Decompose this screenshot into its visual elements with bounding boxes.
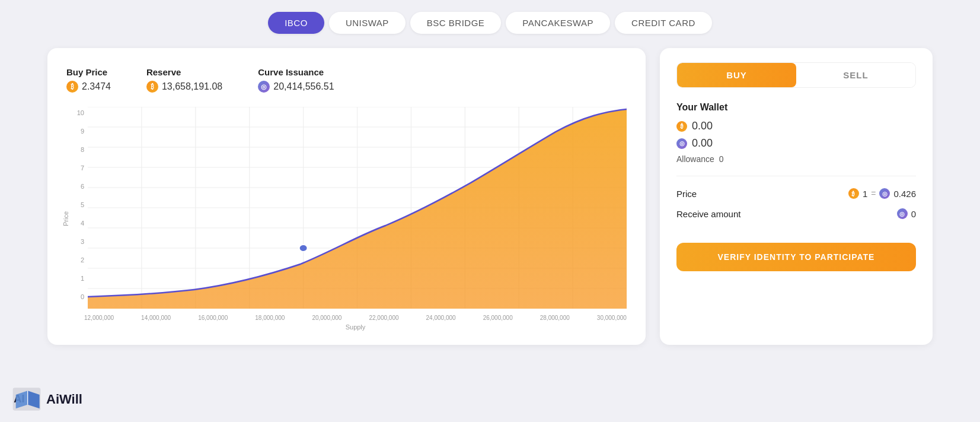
- price-orange-icon: ₿: [848, 188, 859, 199]
- tab-bsc-bridge[interactable]: BSC BRIDGE: [410, 12, 502, 34]
- price-row: Price ₿ 1 = ◎ 0.426: [676, 188, 916, 199]
- buy-price-label: Buy Price: [66, 67, 111, 77]
- y-label-0: 0: [66, 293, 84, 300]
- price-label: Price: [676, 189, 697, 199]
- y-label-5: 5: [66, 201, 84, 208]
- price-amount: 1: [863, 189, 867, 199]
- receive-row: Receive amount ◎ 0: [676, 208, 916, 219]
- coin-icon-orange-2: ₿: [146, 81, 158, 93]
- allowance-text: Allowance 0: [676, 154, 916, 164]
- curve-issuance-number: 20,414,556.51: [273, 81, 334, 92]
- x-label-0: 12,000,000: [84, 315, 114, 321]
- y-label-2: 2: [66, 256, 84, 264]
- chart-card: Buy Price ₿ 2.3474 Reserve ₿ 13,658,191.…: [47, 48, 646, 345]
- chart-svg: [88, 107, 627, 309]
- receive-blue-icon: ◎: [897, 208, 908, 219]
- y-label-7: 7: [66, 164, 84, 172]
- logo-text: AiWill: [46, 392, 82, 407]
- reserve-number: 13,658,191.08: [162, 81, 222, 92]
- price-blue-icon: ◎: [879, 188, 890, 199]
- price-value: ₿ 1 = ◎ 0.426: [848, 188, 916, 199]
- right-panel: BUY SELL Your Wallet ₿ 0.00 ◎ 0.00 Allow…: [660, 48, 933, 345]
- sell-tab[interactable]: SELL: [796, 63, 915, 87]
- wallet-blue-value: 0.00: [692, 137, 713, 150]
- coin-icon-orange: ₿: [66, 81, 78, 93]
- stat-buy-price: Buy Price ₿ 2.3474: [66, 67, 111, 93]
- y-label-3: 3: [66, 238, 84, 245]
- tab-uniswap[interactable]: UNISWAP: [329, 12, 406, 34]
- x-axis-title: Supply: [84, 323, 627, 331]
- x-label-6: 24,000,000: [426, 315, 456, 321]
- y-label-1: 1: [66, 275, 84, 282]
- x-label-2: 16,000,000: [198, 315, 228, 321]
- reserve-value: ₿ 13,658,191.08: [146, 81, 222, 93]
- stat-curve-issuance: Curve Issuance ◎ 20,414,556.51: [258, 67, 334, 93]
- buy-tab[interactable]: BUY: [677, 63, 796, 87]
- y-label-6: 6: [66, 183, 84, 190]
- main-content: Buy Price ₿ 2.3474 Reserve ₿ 13,658,191.…: [0, 48, 980, 345]
- y-axis-labels: 0 1 2 3 4 5 6 7 8 9 10: [66, 107, 84, 303]
- price-result: 0.426: [893, 189, 916, 199]
- stat-reserve: Reserve ₿ 13,658,191.08: [146, 67, 222, 93]
- wallet-blue-icon: ◎: [676, 138, 687, 149]
- chart-current-dot: [299, 245, 307, 252]
- tab-ibco[interactable]: IBCO: [268, 12, 324, 34]
- price-equals: =: [871, 189, 876, 198]
- x-label-1: 14,000,000: [141, 315, 171, 321]
- top-navigation: IBCO UNISWAP BSC BRIDGE PANCAKESWAP CRED…: [0, 0, 980, 43]
- chart-area: 0 1 2 3 4 5 6 7 8 9 10 Price: [66, 107, 627, 331]
- x-axis-labels: 12,000,000 14,000,000 16,000,000 18,000,…: [84, 311, 627, 321]
- wallet-orange-balance: ₿ 0.00: [676, 120, 916, 132]
- logo-area: AI AiWill: [12, 386, 82, 413]
- curve-issuance-value: ◎ 20,414,556.51: [258, 81, 334, 93]
- logo-icon: AI: [12, 386, 42, 413]
- x-label-8: 28,000,000: [540, 315, 570, 321]
- buy-price-value: ₿ 2.3474: [66, 81, 111, 93]
- y-label-8: 8: [66, 146, 84, 153]
- chart-svg-container: [88, 107, 627, 311]
- x-label-4: 20,000,000: [312, 315, 341, 321]
- y-label-10: 10: [66, 109, 84, 116]
- reserve-label: Reserve: [146, 67, 222, 77]
- wallet-title: Your Wallet: [676, 102, 916, 113]
- buy-sell-tabs: BUY SELL: [676, 62, 916, 88]
- wallet-section: Your Wallet ₿ 0.00 ◎ 0.00 Allowance 0: [676, 102, 916, 164]
- receive-value: ◎ 0: [897, 208, 916, 219]
- divider: [676, 176, 916, 176]
- wallet-orange-icon: ₿: [676, 121, 687, 132]
- receive-label: Receive amount: [676, 209, 740, 219]
- x-label-9: 30,000,000: [597, 315, 627, 321]
- chart-stats: Buy Price ₿ 2.3474 Reserve ₿ 13,658,191.…: [66, 67, 627, 93]
- x-label-5: 22,000,000: [369, 315, 398, 321]
- chart-wrapper: 0 1 2 3 4 5 6 7 8 9 10 Price: [66, 107, 627, 311]
- coin-icon-blue: ◎: [258, 81, 270, 93]
- verify-button[interactable]: VERIFY IDENTITY TO PARTICIPATE: [676, 243, 916, 271]
- tab-pancakeswap[interactable]: PANCAKESWAP: [506, 12, 610, 34]
- wallet-blue-balance: ◎ 0.00: [676, 137, 916, 150]
- receive-amount: 0: [911, 209, 916, 219]
- curve-issuance-label: Curve Issuance: [258, 67, 334, 77]
- x-label-7: 26,000,000: [483, 315, 513, 321]
- tab-credit-card[interactable]: CREDIT CARD: [615, 12, 712, 34]
- x-label-3: 18,000,000: [255, 315, 285, 321]
- y-axis-title: Price: [62, 211, 69, 226]
- buy-price-number: 2.3474: [82, 81, 111, 92]
- wallet-orange-value: 0.00: [692, 120, 713, 132]
- y-label-9: 9: [66, 128, 84, 135]
